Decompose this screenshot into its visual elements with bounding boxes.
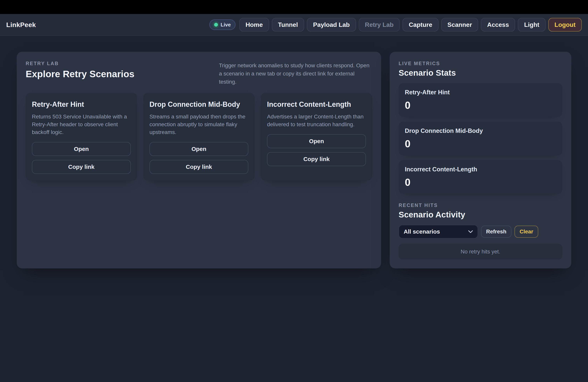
open-scenario-button[interactable]: Open [267, 134, 366, 148]
stat-card-incorrect-content-length: Incorrect Content-Length 0 [399, 160, 562, 194]
scenario-activity-section: RECENT HITS Scenario Activity All scenar… [399, 202, 562, 259]
activity-controls: All scenarios Refresh Clear [399, 225, 562, 238]
window-top-bar [0, 0, 588, 14]
stat-label: Retry-After Hint [405, 89, 556, 96]
retry-lab-panel: RETRY LAB Explore Retry Scenarios Trigge… [17, 52, 381, 268]
refresh-button[interactable]: Refresh [481, 226, 511, 238]
scenario-card-description: Returns 503 Service Unavailable with a R… [32, 113, 131, 136]
nav-button-home[interactable]: Home [239, 18, 269, 32]
empty-state-message: No retry hits yet. [399, 244, 562, 259]
scenario-stats-title: Scenario Stats [399, 68, 562, 78]
recent-hits-eyebrow: RECENT HITS [399, 202, 562, 208]
stat-card-retry-after-hint: Retry-After Hint 0 [399, 83, 562, 117]
scenario-card-retry-after-hint: Retry-After Hint Returns 503 Service Una… [26, 93, 137, 180]
stat-card-drop-connection: Drop Connection Mid-Body 0 [399, 122, 562, 155]
scenario-filter-value: All scenarios [404, 228, 440, 235]
nav-button-payload-lab[interactable]: Payload Lab [307, 18, 356, 32]
live-metrics-panel: LIVE METRICS Scenario Stats Retry-After … [390, 52, 571, 268]
stat-value: 0 [405, 176, 556, 188]
scenario-activity-title: Scenario Activity [399, 210, 562, 219]
copy-link-button[interactable]: Copy link [267, 152, 366, 166]
open-scenario-button[interactable]: Open [149, 142, 249, 156]
scenario-card-title: Drop Connection Mid-Body [149, 100, 249, 108]
app-window: LinkPeek Live Home Tunnel Payload Lab Re… [0, 0, 588, 382]
retry-lab-eyebrow: RETRY LAB [26, 61, 135, 66]
scenario-card-title: Retry-After Hint [32, 100, 131, 108]
retry-lab-header: RETRY LAB Explore Retry Scenarios Trigge… [26, 61, 372, 86]
open-scenario-button[interactable]: Open [32, 142, 131, 156]
brand-logo: LinkPeek [6, 21, 36, 29]
clear-button[interactable]: Clear [514, 226, 538, 238]
live-status-label: Live [221, 22, 231, 28]
logout-button[interactable]: Logout [548, 18, 582, 32]
nav-button-capture[interactable]: Capture [402, 18, 439, 32]
scenario-stats-list: Retry-After Hint 0 Drop Connection Mid-B… [399, 83, 562, 194]
stat-label: Incorrect Content-Length [405, 166, 556, 173]
nav-button-retry-lab[interactable]: Retry Lab [359, 18, 400, 32]
stat-value: 0 [405, 99, 556, 111]
chevron-down-icon [468, 230, 473, 233]
scenario-card-description: Streams a small payload then drops the c… [149, 113, 249, 136]
scenario-filter-select[interactable]: All scenarios [399, 225, 478, 238]
scenario-card-title: Incorrect Content-Length [267, 100, 366, 108]
retry-lab-heading-group: RETRY LAB Explore Retry Scenarios [26, 61, 135, 86]
stat-value: 0 [405, 138, 556, 149]
stat-label: Drop Connection Mid-Body [405, 127, 556, 134]
live-dot-icon [214, 23, 218, 27]
copy-link-button[interactable]: Copy link [149, 160, 249, 174]
scenario-card-drop-connection: Drop Connection Mid-Body Streams a small… [143, 93, 255, 180]
nav-button-scanner[interactable]: Scanner [441, 18, 478, 32]
page-content: RETRY LAB Explore Retry Scenarios Trigge… [0, 36, 588, 268]
page-title: Explore Retry Scenarios [26, 69, 135, 79]
retry-lab-description: Trigger network anomalies to study how c… [219, 61, 372, 86]
live-status-badge: Live [210, 20, 235, 30]
scenario-cards: Retry-After Hint Returns 503 Service Una… [26, 93, 372, 180]
live-metrics-eyebrow: LIVE METRICS [399, 61, 562, 66]
navbar: LinkPeek Live Home Tunnel Payload Lab Re… [0, 14, 588, 36]
nav-button-access[interactable]: Access [481, 18, 515, 32]
nav-button-tunnel[interactable]: Tunnel [272, 18, 304, 32]
navbar-actions: Live Home Tunnel Payload Lab Retry Lab C… [210, 18, 582, 32]
scenario-card-description: Advertises a larger Content-Length than … [267, 113, 366, 128]
copy-link-button[interactable]: Copy link [32, 160, 131, 174]
scenario-card-incorrect-content-length: Incorrect Content-Length Advertises a la… [261, 93, 372, 180]
nav-button-light-theme[interactable]: Light [518, 18, 546, 32]
